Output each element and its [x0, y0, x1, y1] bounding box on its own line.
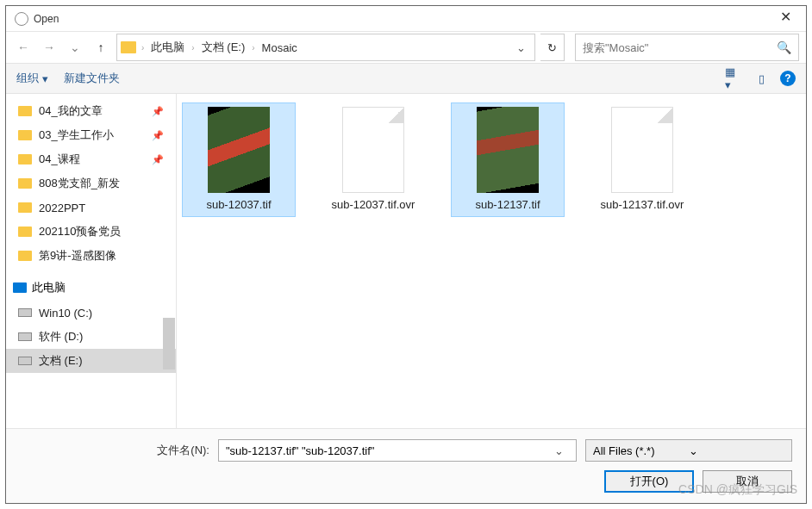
window-title: Open: [34, 13, 768, 25]
crumb-drive[interactable]: 文档 (E:): [200, 40, 247, 55]
help-button[interactable]: ?: [780, 71, 796, 86]
bottom-panel: 文件名(N): ⌄ All Files (*.*) ⌄ 打开(O) 取消: [6, 428, 806, 503]
filename-dropdown[interactable]: ⌄: [548, 444, 569, 457]
folder-icon: [18, 178, 32, 189]
file-item[interactable]: sub-12137.tif.ovr: [585, 102, 699, 217]
scrollbar-thumb[interactable]: [163, 318, 175, 369]
chevron-right-icon: ›: [250, 43, 256, 53]
titlebar: Open ✕: [6, 6, 806, 32]
folder-icon: [18, 130, 32, 140]
chevron-down-icon: ⌄: [689, 444, 784, 457]
cancel-button[interactable]: 取消: [703, 470, 792, 493]
pin-icon: 📌: [152, 106, 164, 117]
file-item[interactable]: sub-12137.tif: [451, 102, 565, 217]
drive-icon: [18, 332, 32, 341]
file-thumbnail: [477, 107, 539, 193]
file-thumbnail: [208, 107, 270, 193]
recent-dropdown[interactable]: ⌄: [65, 37, 85, 58]
folder-icon: [18, 251, 32, 261]
drive-icon: [18, 308, 32, 317]
file-type-filter[interactable]: All Files (*.*) ⌄: [585, 439, 792, 462]
back-button[interactable]: ←: [13, 37, 34, 58]
breadcrumb[interactable]: › 此电脑 › 文档 (E:) › Mosaic ⌄: [116, 34, 535, 61]
file-name: sub-12037.tif: [206, 198, 271, 213]
organize-menu[interactable]: 组织 ▾: [16, 71, 48, 86]
forward-button[interactable]: →: [39, 37, 59, 58]
sidebar-item[interactable]: 202110预备党员: [6, 220, 176, 244]
search-input[interactable]: [583, 41, 770, 54]
sidebar-item[interactable]: 04_我的文章📌: [6, 99, 176, 123]
sidebar-drive[interactable]: 软件 (D:): [6, 325, 176, 349]
file-thumbnail: [342, 107, 404, 193]
file-item[interactable]: sub-12037.tif.ovr: [316, 102, 430, 217]
crumb-root[interactable]: 此电脑: [149, 40, 186, 55]
sidebar-drive[interactable]: 文档 (E:): [6, 349, 176, 373]
filename-label: 文件名(N):: [20, 443, 209, 458]
nav-row: ← → ⌄ ↑ › 此电脑 › 文档 (E:) › Mosaic ⌄ ↻ 🔍: [6, 32, 806, 63]
folder-icon: [121, 41, 136, 53]
crumb-folder[interactable]: Mosaic: [260, 41, 299, 54]
search-box[interactable]: 🔍: [575, 34, 799, 61]
folder-icon: [18, 227, 32, 237]
sidebar-item[interactable]: 第9讲-遥感图像: [6, 244, 176, 268]
sidebar-item[interactable]: 04_课程📌: [6, 147, 176, 171]
chevron-right-icon: ›: [190, 43, 196, 53]
folder-icon: [18, 106, 32, 116]
app-icon: [15, 12, 28, 26]
sidebar-drive[interactable]: Win10 (C:): [6, 301, 176, 325]
up-button[interactable]: ↑: [91, 37, 111, 58]
pin-icon: 📌: [152, 130, 164, 141]
open-dialog: Open ✕ ← → ⌄ ↑ › 此电脑 › 文档 (E:) › Mosaic …: [5, 5, 807, 504]
sidebar-item[interactable]: 03_学生工作小📌: [6, 123, 176, 147]
file-thumbnail: [611, 107, 673, 193]
file-item[interactable]: sub-12037.tif: [182, 102, 296, 217]
new-folder-button[interactable]: 新建文件夹: [64, 71, 120, 86]
body: 04_我的文章📌03_学生工作小📌04_课程📌808党支部_新发2022PPT2…: [6, 94, 806, 428]
folder-icon: [18, 154, 32, 164]
sidebar-this-pc[interactable]: 此电脑: [6, 275, 176, 301]
chevron-down-icon: ▾: [42, 72, 48, 85]
filename-combo[interactable]: ⌄: [218, 439, 577, 462]
chevron-right-icon: ›: [140, 43, 146, 53]
preview-pane-button[interactable]: ▯: [753, 70, 770, 87]
file-pane[interactable]: sub-12037.tifsub-12037.tif.ovrsub-12137.…: [177, 94, 806, 428]
refresh-button[interactable]: ↻: [540, 34, 565, 61]
file-name: sub-12137.tif.ovr: [601, 198, 684, 213]
open-button[interactable]: 打开(O): [604, 470, 694, 493]
sidebar: 04_我的文章📌03_学生工作小📌04_课程📌808党支部_新发2022PPT2…: [6, 94, 177, 428]
breadcrumb-dropdown[interactable]: ⌄: [511, 41, 531, 54]
sidebar-item[interactable]: 2022PPT: [6, 196, 176, 220]
sidebar-item[interactable]: 808党支部_新发: [6, 171, 176, 196]
toolbar: 组织 ▾ 新建文件夹 ▦ ▾ ▯ ?: [6, 63, 806, 94]
pc-icon: [13, 282, 27, 293]
view-options-button[interactable]: ▦ ▾: [725, 70, 742, 87]
drive-icon: [18, 357, 32, 365]
close-button[interactable]: ✕: [768, 9, 803, 29]
search-icon[interactable]: 🔍: [777, 40, 791, 54]
file-name: sub-12137.tif: [475, 198, 540, 213]
folder-icon: [18, 202, 32, 213]
file-name: sub-12037.tif.ovr: [332, 198, 415, 213]
pin-icon: 📌: [152, 154, 164, 165]
filename-input[interactable]: [226, 444, 548, 457]
